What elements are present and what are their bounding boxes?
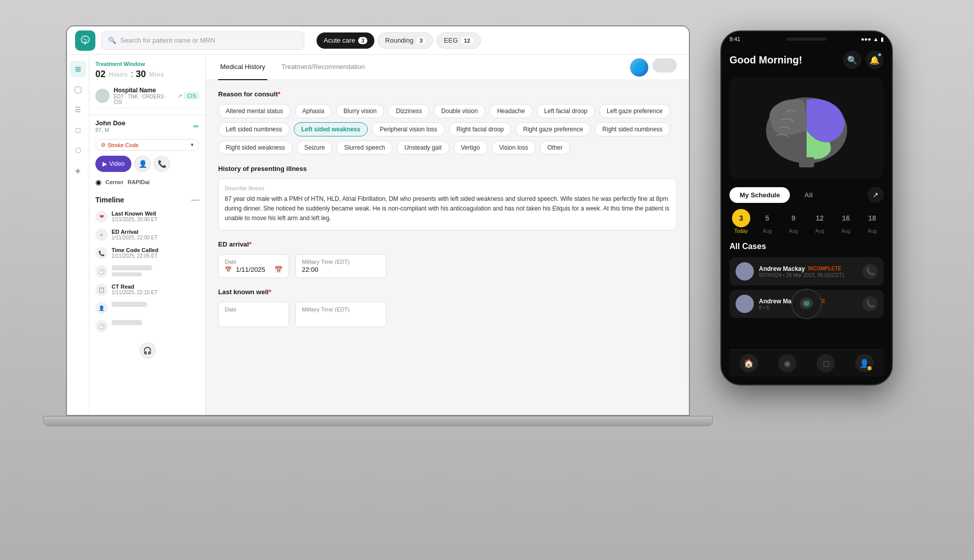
content-header: Medical History Treatment/Recommendation… (206, 55, 689, 80)
person-button[interactable]: 👤 (134, 156, 151, 172)
sidebar-icon-3[interactable]: ☰ (70, 101, 86, 118)
mobile-notification-button[interactable]: 🔔 (865, 51, 884, 69)
case-avatar-1 (736, 295, 754, 313)
chip-headache[interactable]: Headache (490, 104, 533, 118)
lkw-date-field[interactable]: Date (218, 302, 289, 327)
mobile-nav-icon-0[interactable]: 🏠 (740, 354, 758, 372)
ed-arrival-form-row: Date 📅 1/11/2025 📅 Military Time (EDT) (218, 254, 677, 278)
date-item-0[interactable]: 3 Today (729, 209, 753, 234)
phone-button[interactable]: 📞 (154, 156, 170, 172)
lkw-date-wrapper: Date (218, 302, 289, 327)
chip-double-vision[interactable]: Double vision (434, 104, 485, 118)
tab-rounding[interactable]: Rounding 3 (377, 32, 433, 49)
mobile-search-button[interactable]: 🔍 (843, 51, 861, 69)
chip-vision-loss[interactable]: Vision loss (492, 141, 536, 155)
date-num-2: 9 (784, 209, 803, 227)
chip-peripheral-vision-loss[interactable]: Peripheral vision loss (372, 122, 444, 136)
search-bar[interactable]: 🔍 Search for patient name or MRN (101, 31, 304, 50)
ehr-row: ◉ Cerner RAPIDai (89, 175, 205, 189)
treatment-timer: 02 Hours : 30 Mins (95, 69, 199, 80)
mobile-bottom-nav: 🏠 ◉ ◻ 👤 😊 (729, 349, 884, 376)
edit-icon[interactable]: ✏ (193, 122, 199, 130)
tab-medical-history[interactable]: Medical History (218, 55, 267, 80)
tab-treatment[interactable]: Treatment/Recommendation (280, 55, 367, 80)
chip-left-facial-droop[interactable]: Left facial droop (537, 104, 595, 118)
sidebar-icon-5[interactable]: ⬡ (70, 142, 86, 158)
date-label-0: Today (734, 228, 748, 234)
ed-date-value: 1/11/2025 (236, 266, 265, 273)
chip-other[interactable]: Other (540, 141, 570, 155)
date-num-0: 3 (732, 209, 750, 227)
chip-altered-mental-status[interactable]: Altered mental status (218, 104, 291, 118)
ed-time-field[interactable]: Military Time (EDT) 22:00 (295, 254, 387, 278)
last-known-form-row: Date Military Time (EDT) (218, 302, 677, 327)
case-item-1[interactable]: Andrew Macka MPLETE 8 • 6 📞 (729, 290, 884, 318)
schedule-tab-all[interactable]: All (794, 187, 823, 203)
chip-vertigo[interactable]: Vertigo (454, 141, 488, 155)
ed-date-label: Date (225, 259, 236, 265)
date-label-2: Aug (789, 228, 798, 234)
video-button[interactable]: ▶ Video (95, 156, 131, 172)
chip-seizure[interactable]: Seizure (297, 141, 333, 155)
chip-slurred-speech[interactable]: Slurred speech (336, 141, 393, 155)
chip-unsteady-gait[interactable]: Unsteady gait (397, 141, 449, 155)
collapse-icon[interactable]: — (191, 195, 199, 204)
illness-box[interactable]: Describe Illness 87 year old male with a… (218, 179, 677, 230)
timeline-section: Timeline — ❤ Last Known Well 1/11/2025, … (89, 189, 205, 415)
case-call-button-0[interactable]: 📞 (862, 264, 878, 279)
mobile-device: 9:41 ●●● ▲ ▮ Good Morning! 🔍 🔔 (720, 30, 893, 386)
schedule-tab-my[interactable]: My Schedule (729, 187, 790, 203)
mobile-nav-icon-3[interactable]: 👤 😊 (855, 354, 874, 372)
tab-acute-care[interactable]: Acute care 3 (317, 32, 374, 49)
date-item-4[interactable]: 16 Aug (834, 209, 858, 234)
case-item-0[interactable]: Andrew Mackay INCOMPLETE 56784324 • 28 M… (729, 257, 884, 286)
date-item-5[interactable]: 18 Aug (860, 209, 884, 234)
ed-date-field[interactable]: Date 📅 1/11/2025 📅 (218, 254, 289, 278)
mobile-header: Good Morning! 🔍 🔔 (729, 47, 884, 69)
tab-eeg[interactable]: EEG 12 (436, 32, 481, 49)
stroke-code-button[interactable]: ⊘ Stroke Code ▾ (95, 139, 199, 151)
chip-right-facial-droop[interactable]: Right facial droop (449, 122, 511, 136)
sidebar-icon-2[interactable]: ◯ (70, 81, 86, 97)
schedule-arrow[interactable]: ↗ (867, 187, 884, 203)
timeline-content-1: ED Arrival 1/11/2025, 22:00 ET (112, 229, 199, 240)
notification-dot (878, 53, 882, 57)
timer-hours: 02 (95, 69, 106, 80)
sidebar-icon-6[interactable]: ◈ (70, 162, 86, 179)
chip-right-sided-numbness[interactable]: Right sided numbness (595, 122, 670, 136)
case-call-button-1[interactable]: 📞 (862, 296, 878, 311)
date-item-1[interactable]: 5 Aug (756, 209, 779, 234)
mobile-nav-icon-1[interactable]: ◉ (778, 354, 796, 372)
timeline-event-2: Time Code Called (112, 247, 199, 253)
chip-left-gaze-preference[interactable]: Left gaze preference (599, 104, 670, 118)
timeline-item-2: 📞 Time Code Called 1/11/2025, 22:05 ET (95, 247, 199, 259)
last-known-well-label: Last known well* (218, 288, 677, 296)
mobile-greeting: Good Morning! (729, 54, 802, 66)
date-item-3[interactable]: 12 Aug (808, 209, 831, 234)
chip-left-sided-weakness[interactable]: Left sided weakness (294, 122, 368, 136)
chip-group: Altered mental status Aphasia Blurry vis… (218, 104, 677, 155)
sidebar-icon-home[interactable]: ⊞ (70, 61, 86, 77)
mobile-nav-icon-2[interactable]: ◻ (817, 354, 835, 372)
chip-dizziness[interactable]: Dizziness (388, 104, 429, 118)
mobile-content: Good Morning! 🔍 🔔 (721, 47, 892, 384)
chip-right-sided-weakness[interactable]: Right sided weakness (218, 141, 293, 155)
chip-aphasia[interactable]: Aphasia (295, 104, 332, 118)
patient-info: John Doe 87, M (95, 119, 125, 133)
timeline-item-0: ❤ Last Known Well 1/11/2025, 20:00 ET (95, 211, 199, 223)
lkw-time-field[interactable]: Military Time (EDT) (295, 302, 387, 327)
sidebar-icon-4[interactable]: ◻ (70, 122, 86, 138)
date-item-2[interactable]: 9 Aug (782, 209, 805, 234)
patient-row: John Doe 87, M ✏ (89, 115, 205, 137)
treatment-window-label: Treatment Window (95, 61, 199, 67)
chip-right-gaze-preference[interactable]: Right gaze preference (515, 122, 590, 136)
chip-blurry-vision[interactable]: Blurry vision (336, 104, 384, 118)
cerner-tag: Cerner (106, 179, 123, 185)
headphone-button[interactable]: 🎧 (140, 342, 156, 359)
toggle-button[interactable] (652, 58, 677, 73)
case-name-0: Andrew Mackay INCOMPLETE (759, 265, 857, 272)
chip-left-sided-numbness[interactable]: Left sided numbness (218, 122, 290, 136)
timeline-event-4: CT Read (112, 284, 199, 290)
globe-button[interactable]: 🌐 (630, 58, 648, 77)
timeline-content-2: Time Code Called 1/11/2025, 22:05 ET (112, 247, 199, 259)
